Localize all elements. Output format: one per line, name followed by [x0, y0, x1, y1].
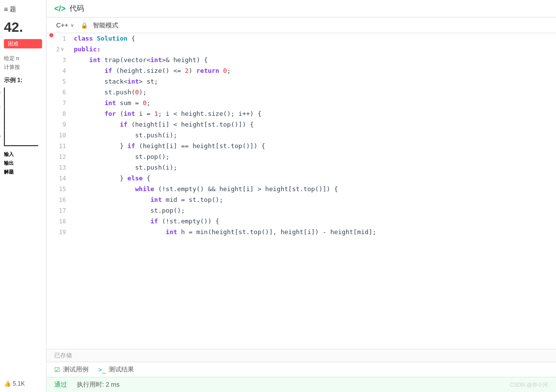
line-content: stack<int> st;: [70, 76, 556, 87]
chart-area: 3 2 1 0: [4, 87, 38, 146]
line-number: 3: [56, 55, 70, 65]
like-count: 5.1K: [13, 380, 25, 387]
saved-status: 已存储: [54, 352, 72, 359]
line-number: 8: [56, 109, 70, 119]
line-number: 4: [56, 65, 70, 76]
code-line-16: 16 int mid = st.top();: [46, 195, 556, 205]
main-header: </> 代码: [46, 0, 556, 18]
sidebar-title: ≡ 题: [4, 5, 42, 14]
line-number: 2∨: [56, 44, 70, 55]
line-content: public:: [70, 44, 556, 55]
line-number: 7: [56, 98, 70, 109]
line-number: 12: [56, 152, 70, 162]
lock-icon: 🔒: [81, 22, 88, 29]
line-content: st.push(0);: [70, 87, 556, 98]
smart-mode-label: 智能模式: [93, 21, 118, 30]
sidebar: ≡ 题 42. 困难 给定 n 计算按 示例 1: 3 2 1 0 输入 输出 …: [0, 0, 46, 392]
bottom-tabs: ☑ 测试用例 >_ 测试结果: [46, 362, 556, 377]
main-header-title: 代码: [69, 4, 84, 13]
chart-y3: 3: [0, 90, 0, 95]
test-case-icon: ☑: [54, 366, 60, 373]
difficulty-badge: 困难: [4, 39, 42, 48]
line-number: 19: [56, 227, 70, 238]
breakpoint-dot[interactable]: [49, 33, 53, 37]
line-content: st.pop();: [70, 152, 556, 162]
line-content: if (!st.empty()) {: [70, 216, 556, 227]
language-selector[interactable]: C++ ∨: [54, 21, 76, 30]
chart-y2: 2: [0, 105, 0, 109]
menu-icon: ≡: [4, 5, 8, 13]
sidebar-bottom: 👍 5.1K: [4, 380, 42, 387]
code-line-4: 4 if (height.size() <= 2) return 0;: [46, 65, 556, 76]
input-output: 输入 输出 解题: [4, 150, 42, 176]
line-content: int mid = st.top();: [70, 195, 556, 205]
line-number: 6: [56, 87, 70, 98]
line-number: 13: [56, 162, 70, 173]
line-number: 5: [56, 76, 70, 87]
line-number: 10: [56, 130, 70, 141]
test-result-icon: >_: [98, 366, 106, 373]
collapse-button[interactable]: ∨: [61, 44, 64, 55]
line-number: 15: [56, 184, 70, 195]
code-line-7: 7 int sum = 0;: [46, 98, 556, 109]
line-content: int trap(vector<int>& height) {: [70, 55, 556, 65]
language-label: C++: [56, 22, 68, 29]
code-line-3: 3 int trap(vector<int>& height) {: [46, 55, 556, 65]
line-content: class Solution {: [70, 33, 556, 44]
like-icon: 👍: [4, 380, 11, 387]
result-bar: 通过 执行用时: 2 ms CSDN @亦小河: [46, 377, 556, 392]
line-content: } else {: [70, 173, 556, 184]
line-number: 16: [56, 195, 70, 205]
chart-y1: 1: [0, 119, 0, 124]
line-number: 17: [56, 205, 70, 216]
line-indicator-1: [46, 33, 56, 37]
desc-line1: 给定 n: [4, 54, 42, 63]
code-line-13: 13 st.push(i);: [46, 162, 556, 173]
toolbar: C++ ∨ 🔒 智能模式: [46, 18, 556, 33]
input-label: 输入: [4, 152, 14, 157]
code-line-14: 14 } else {: [46, 173, 556, 184]
line-content: for (int i = 1; i < height.size(); i++) …: [70, 109, 556, 119]
sidebar-title-label: 题: [10, 5, 16, 14]
tab-test-result[interactable]: >_ 测试结果: [98, 365, 134, 374]
like-button[interactable]: 👍 5.1K: [4, 380, 25, 387]
line-content: if (height[i] < height[st.top()]) {: [70, 119, 556, 130]
code-editor[interactable]: 1class Solution {2∨public:3 int trap(vec…: [46, 33, 556, 349]
line-content: } if (height[i] == height[st.top()]) {: [70, 141, 556, 152]
code-icon: </>: [54, 4, 66, 13]
line-content: while (!st.empty() && height[i] > height…: [70, 184, 556, 195]
status-bar: 已存储: [46, 349, 556, 362]
pass-text: 通过: [54, 380, 67, 389]
test-result-label: 测试结果: [109, 365, 134, 374]
chevron-down-icon: ∨: [70, 22, 74, 28]
execution-time: 执行用时: 2 ms: [77, 380, 119, 389]
code-line-17: 17 st.pop();: [46, 205, 556, 216]
code-line-1: 1class Solution {: [46, 33, 556, 44]
line-content: int sum = 0;: [70, 98, 556, 109]
line-content: st.push(i);: [70, 162, 556, 173]
line-number: 11: [56, 141, 70, 152]
line-content: int h = min(height[st.top()], height[i])…: [70, 227, 556, 238]
output-label: 输出: [4, 160, 14, 166]
sidebar-desc: 给定 n 计算按: [4, 54, 42, 71]
code-line-2: 2∨public:: [46, 44, 556, 55]
line-content: st.pop();: [70, 205, 556, 216]
code-line-15: 15 while (!st.empty() && height[i] > hei…: [46, 184, 556, 195]
problem-number: 42.: [4, 20, 42, 35]
code-line-6: 6 st.push(0);: [46, 87, 556, 98]
line-number: 9: [56, 119, 70, 130]
code-line-8: 8 for (int i = 1; i < height.size(); i++…: [46, 109, 556, 119]
test-case-label: 测试用例: [63, 365, 89, 374]
code-line-5: 5 stack<int> st;: [46, 76, 556, 87]
code-line-19: 19 int h = min(height[st.top()], height[…: [46, 227, 556, 238]
line-content: st.push(i);: [70, 130, 556, 141]
example-label: 示例 1:: [4, 76, 42, 85]
code-line-12: 12 st.pop();: [46, 152, 556, 162]
line-number: 14: [56, 173, 70, 184]
chart-y0: 0: [0, 134, 0, 139]
main-panel: </> 代码 C++ ∨ 🔒 智能模式 1class Solution {2∨p…: [46, 0, 556, 392]
line-content: if (height.size() <= 2) return 0;: [70, 65, 556, 76]
line-number: 1: [56, 33, 70, 44]
tab-test-case[interactable]: ☑ 测试用例: [54, 365, 89, 374]
code-line-10: 10 st.push(i);: [46, 130, 556, 141]
